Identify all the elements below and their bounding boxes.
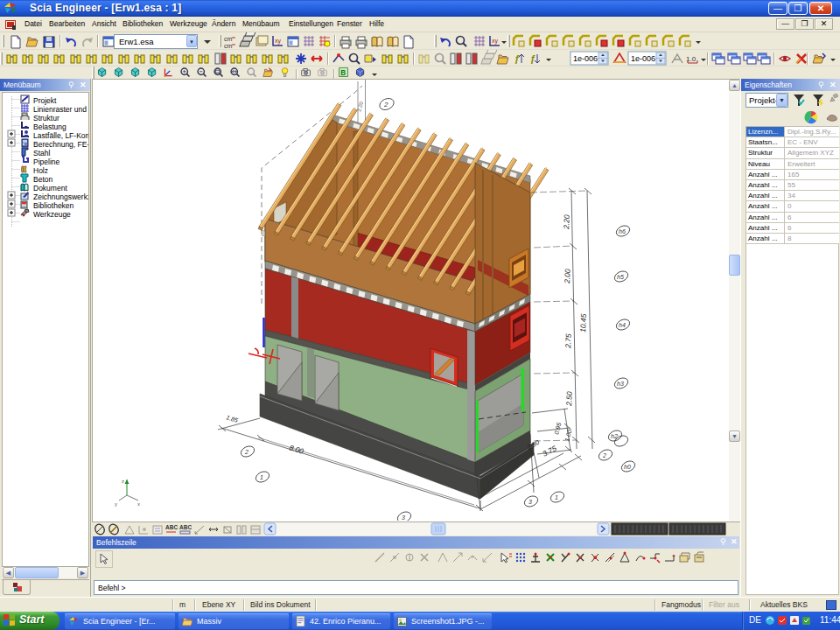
svg-text:y: y (115, 501, 117, 507)
svg-text:2.50: 2.50 (564, 391, 574, 407)
svg-text:1.00: 1.00 (564, 429, 572, 442)
svg-text:h3: h3 (617, 381, 624, 387)
svg-text:10.45: 10.45 (578, 313, 588, 332)
svg-text:3: 3 (402, 514, 405, 521)
svg-text:1: 1 (555, 494, 558, 500)
svg-text:h6: h6 (619, 228, 626, 234)
svg-text:8.00: 8.00 (288, 443, 304, 455)
svg-text:2: 2 (602, 452, 606, 458)
svg-text:z: z (122, 479, 124, 484)
svg-text:h5: h5 (617, 274, 624, 280)
svg-text:ABC: ABC (165, 524, 178, 530)
svg-text:ABC: ABC (179, 524, 192, 530)
svg-text:B: B (340, 69, 346, 77)
svg-text:ƒ: ƒ (530, 53, 536, 64)
svg-text:h4: h4 (619, 322, 626, 328)
svg-text:1.85: 1.85 (226, 414, 239, 424)
svg-text:2.75: 2.75 (564, 333, 573, 349)
svg-text:3: 3 (528, 499, 532, 505)
svg-text:2.20: 2.20 (356, 101, 364, 112)
svg-text:1: 1 (260, 474, 263, 480)
svg-text:2.20: 2.20 (562, 214, 571, 230)
svg-text:ƒ: ƒ (514, 53, 520, 64)
svg-text:3.75: 3.75 (541, 444, 558, 458)
svg-text:h0: h0 (624, 464, 631, 470)
svg-text:2: 2 (383, 101, 388, 108)
svg-text:2: 2 (244, 449, 248, 455)
svg-text:h2: h2 (611, 433, 618, 439)
svg-text:x: x (137, 501, 140, 507)
svg-text:2.00: 2.00 (563, 269, 572, 284)
svg-text:0.95: 0.95 (553, 422, 562, 435)
